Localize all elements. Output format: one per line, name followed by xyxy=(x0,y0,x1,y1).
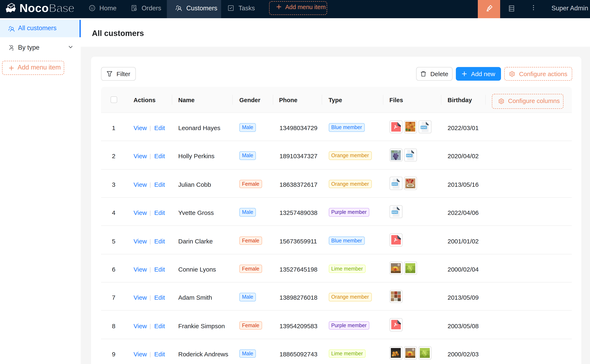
svg-text:DOC: DOC xyxy=(407,154,412,157)
svg-text:DOC: DOC xyxy=(392,211,398,214)
svg-text:DOC: DOC xyxy=(392,182,398,185)
svg-text:DOC: DOC xyxy=(421,126,427,129)
